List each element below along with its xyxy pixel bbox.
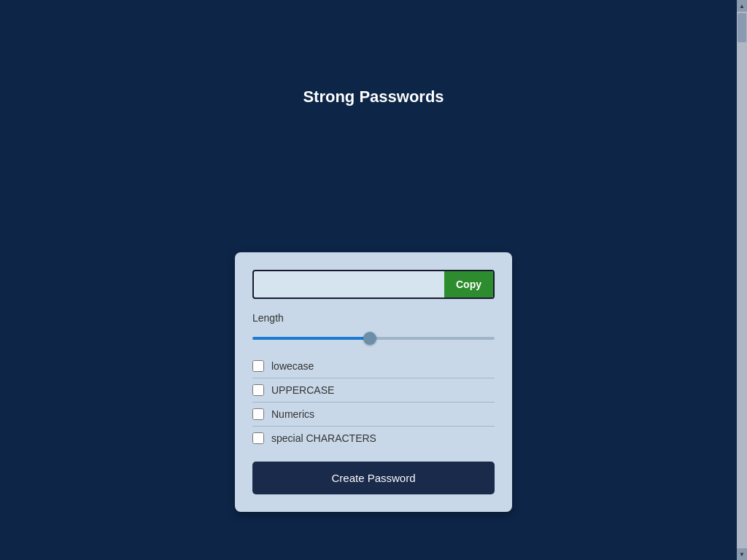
- password-field-row: Copy: [252, 270, 495, 299]
- create-password-button[interactable]: Create Password: [252, 462, 495, 494]
- scrollbar-down-arrow[interactable]: ▼: [737, 548, 747, 560]
- checkbox-special-label[interactable]: special CHARACTERS: [271, 432, 376, 444]
- checkbox-lowercase-label[interactable]: lowecase: [271, 360, 314, 372]
- checkbox-row-special: special CHARACTERS: [252, 427, 495, 450]
- page-title: Strong Passwords: [303, 88, 444, 106]
- password-card: Copy Length lowecase UPPERCASE Numerics …: [235, 252, 512, 512]
- slider-container: [252, 330, 495, 343]
- scrollbar: ▲ ▼: [737, 0, 747, 560]
- length-section: Length: [252, 312, 495, 343]
- checkboxes-section: lowecase UPPERCASE Numerics special CHAR…: [252, 354, 495, 450]
- length-label: Length: [252, 312, 495, 324]
- checkbox-row-uppercase: UPPERCASE: [252, 378, 495, 402]
- checkbox-uppercase-label[interactable]: UPPERCASE: [271, 384, 334, 396]
- checkbox-uppercase[interactable]: [252, 384, 264, 396]
- checkbox-numerics-label[interactable]: Numerics: [271, 408, 314, 420]
- checkbox-row-lowercase: lowecase: [252, 354, 495, 378]
- checkbox-special[interactable]: [252, 432, 264, 444]
- scrollbar-up-arrow[interactable]: ▲: [737, 0, 747, 12]
- scrollbar-thumb[interactable]: [738, 13, 746, 42]
- checkbox-lowercase[interactable]: [252, 360, 264, 372]
- checkbox-numerics[interactable]: [252, 408, 264, 420]
- password-input[interactable]: [254, 271, 444, 298]
- checkbox-row-numerics: Numerics: [252, 402, 495, 427]
- copy-button[interactable]: Copy: [444, 271, 493, 298]
- length-slider[interactable]: [252, 337, 495, 340]
- scrollbar-track[interactable]: [737, 12, 747, 548]
